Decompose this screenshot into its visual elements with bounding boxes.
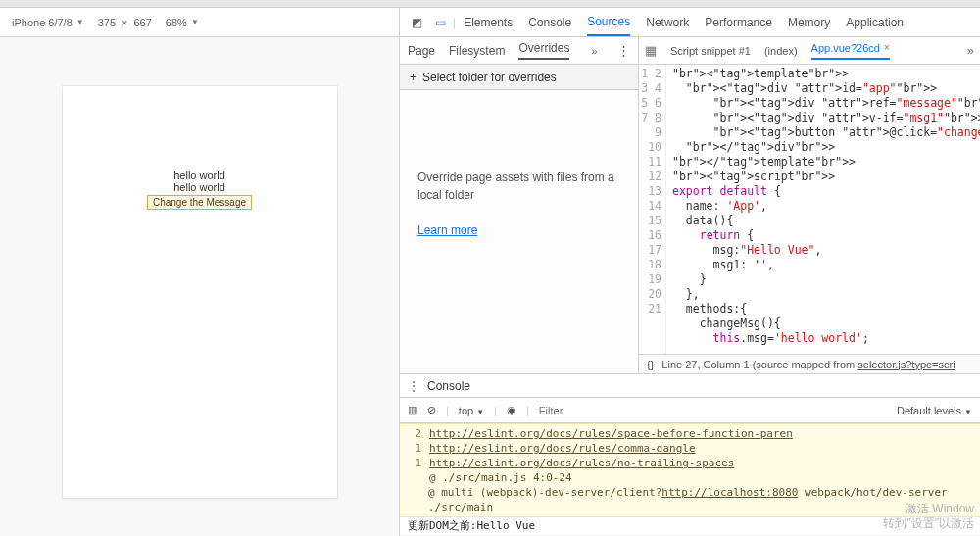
console-drawer: ⋮ Console ▥ ⊘ | top ▼ | ◉ | Default leve… [400,373,980,536]
log-levels-selector[interactable]: Default levels ▼ [897,405,972,416]
kebab-icon[interactable]: ⋮ [617,43,630,58]
eslint-rule-link[interactable]: http://eslint.org/docs/rules/comma-dangl… [429,441,696,456]
tab-sources[interactable]: Sources [587,9,630,36]
file-tab-index[interactable]: (index) [764,45,798,57]
files-dropdown-icon[interactable]: ▦ [645,43,657,58]
device-toolbar: iPhone 6/7/8 ▼ 375 × 667 68% ▼ [0,8,399,37]
file-tab-row: ▦ Script snippet #1 (index) App.vue?26cd… [639,37,980,65]
code-editor[interactable]: 1 2 3 4 5 6 7 8 9 10 11 12 13 14 15 16 1… [639,65,980,354]
eslint-rule-link[interactable]: http://eslint.org/docs/rules/no-trailing… [429,456,734,470]
inspect-icon[interactable]: ◩ [406,12,427,33]
cursor-position: Line 27, Column 1 (source mapped from se… [662,359,955,370]
device-selector[interactable]: iPhone 6/7/8 ▼ [12,17,84,28]
times-icon: × [122,17,127,28]
learn-more-link[interactable]: Learn more [417,221,620,239]
tab-elements[interactable]: Elements [464,10,513,35]
subtab-overrides[interactable]: Overrides [518,41,569,60]
change-message-button[interactable]: Change the Message [147,195,252,210]
braces-icon[interactable]: {} [647,359,654,370]
zoom-value: 68% [166,17,187,28]
device-name: iPhone 6/7/8 [12,17,73,28]
console-warning-group: 2http://eslint.org/docs/rules/space-befo… [400,423,980,517]
device-width[interactable]: 375 [98,17,116,28]
device-toggle-icon[interactable]: ▭ [429,12,451,33]
zoom-selector[interactable]: 68% ▼ [166,17,199,28]
more-tabs-icon[interactable]: » [967,43,974,58]
sources-editor: ▦ Script snippet #1 (index) App.vue?26cd… [639,37,980,373]
code-content[interactable]: "br"><"tag">template"br">> "br"><"tag">d… [666,65,980,354]
console-toolbar: ▥ ⊘ | top ▼ | ◉ | Default levels ▼ [400,398,980,423]
override-description: Override page assets with files from a l… [400,90,638,239]
preview-text-2: hello world [173,181,225,193]
device-preview-pane: iPhone 6/7/8 ▼ 375 × 667 68% ▼ hello wor… [0,8,400,536]
device-surface: hello world hello world Change the Messa… [0,37,399,536]
browser-tab-strip [0,0,980,8]
devtools-pane: ◩ ▭ | Elements Console Sources Network P… [400,8,980,536]
sources-navigator: Page Filesystem Overrides » ⋮ + Select f… [400,37,639,373]
file-tab-snippet[interactable]: Script snippet #1 [670,45,751,57]
console-filter-input[interactable] [539,405,657,416]
subtab-page[interactable]: Page [408,44,435,58]
console-output[interactable]: 2http://eslint.org/docs/rules/space-befo… [400,423,980,536]
console-title: Console [427,379,470,393]
preview-text-1: hello world [173,170,225,181]
more-subtabs-icon[interactable]: » [591,45,597,57]
chevron-down-icon: ▼ [191,18,199,26]
clear-console-icon[interactable]: ⊘ [427,404,436,416]
line-gutter: 1 2 3 4 5 6 7 8 9 10 11 12 13 14 15 16 1… [639,65,666,354]
editor-status-bar: {} Line 27, Column 1 (source mapped from… [639,354,980,373]
select-folder-button[interactable]: + Select folder for overrides [400,65,638,90]
source-map-link[interactable]: selector.js?type=scri [858,359,955,370]
devtools-tabs: Elements Console Sources Network Perform… [464,9,904,36]
eslint-rule-link[interactable]: http://eslint.org/docs/rules/space-befor… [429,426,793,441]
kebab-icon[interactable]: ⋮ [408,379,419,393]
sidebar-toggle-icon[interactable]: ▥ [408,404,417,416]
eye-icon[interactable]: ◉ [507,404,516,416]
subtab-filesystem[interactable]: Filesystem [449,44,505,58]
plus-icon: + [410,71,416,84]
tab-performance[interactable]: Performance [705,10,772,35]
localhost-link[interactable]: http://localhost:8080 [662,486,798,499]
tab-application[interactable]: Application [846,10,904,35]
chevron-down-icon: ▼ [76,18,84,26]
device-height[interactable]: 667 [134,17,152,28]
file-tab-app-vue[interactable]: App.vue?26cd × [811,42,890,60]
tab-console[interactable]: Console [528,10,571,35]
tab-memory[interactable]: Memory [788,10,830,35]
console-log-line: 更新DOM之前:Hello Vue [400,517,980,536]
devtools-toolbar: ◩ ▭ | Elements Console Sources Network P… [400,8,980,37]
sources-subtabs: Page Filesystem Overrides » ⋮ [400,37,638,65]
console-header: ⋮ Console [400,374,980,398]
phone-frame: hello world hello world Change the Messa… [63,86,337,498]
select-folder-label: Select folder for overrides [422,71,557,84]
tab-network[interactable]: Network [646,10,689,35]
close-icon[interactable]: × [884,42,890,53]
context-selector[interactable]: top ▼ [459,405,484,416]
